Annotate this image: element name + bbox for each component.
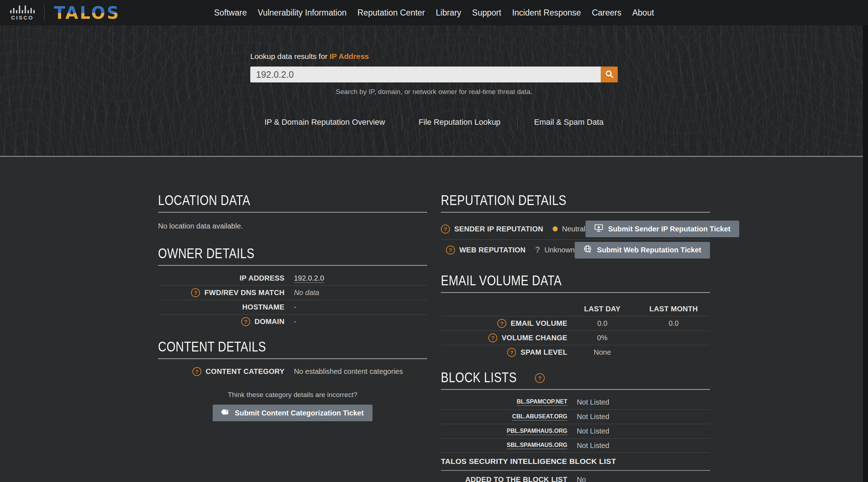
location-data-title: LOCATION DATA [158, 192, 250, 208]
table-row: CBL.ABUSEAT.ORG Not Listed [441, 409, 710, 424]
sender-ip-reputation-status: Neutral [562, 225, 585, 233]
search-block: Lookup data results for IP Address Searc… [250, 25, 618, 96]
unknown-status-icon: ? [535, 245, 540, 255]
category-incorrect-prompt: Think these category details are incorre… [158, 391, 427, 399]
added-to-block-list-label: ADDED TO THE BLOCK LIST [465, 475, 567, 482]
reputation-details-section: REPUTATION DETAILS ? SENDER IP REPUTATIO… [441, 193, 710, 260]
owner-details-section: OWNER DETAILS IP ADDRESS 192.0.2.0 ? FWD… [158, 246, 427, 329]
block-lists-title: BLOCK LISTS [441, 370, 517, 385]
tab-ip-domain-reputation-overview[interactable]: IP & Domain Reputation Overview [248, 118, 401, 127]
email-volume-label: EMAIL VOLUME [511, 319, 567, 328]
reputation-details-title: REPUTATION DETAILS [441, 192, 566, 208]
content-details-section: CONTENT DETAILS ? CONTENT CATEGORY No es… [158, 340, 427, 421]
help-icon[interactable]: ? [441, 225, 450, 234]
help-icon[interactable]: ? [488, 333, 497, 342]
table-row: HOSTNAME - [158, 300, 427, 314]
search-helper-text: Search by IP, domain, or network owner f… [250, 88, 618, 96]
nav-item-library[interactable]: Library [430, 8, 467, 18]
table-row: SBL.SPAMHAUS.ORG Not Listed [441, 438, 710, 453]
search-label-type: IP Address [329, 52, 369, 60]
submit-sender-ip-reputation-ticket-button[interactable]: Submit Sender IP Reputation Ticket [586, 221, 739, 237]
search-input[interactable] [250, 67, 601, 82]
table-row: ADDED TO THE BLOCK LIST No [441, 472, 710, 482]
table-row: ? EMAIL VOLUME 0.0 0.0 [441, 316, 710, 330]
fwd-rev-dns-match-label: FWD/REV DNS MATCH [204, 289, 284, 297]
submit-content-categorization-label: Submit Content Categorization Ticket [235, 409, 363, 417]
content-details-title: CONTENT DETAILS [158, 339, 266, 355]
table-row: ? SENDER IP REPUTATION Neutral [441, 218, 710, 239]
email-volume-last-day: 0.0 [567, 319, 637, 328]
search-icon [605, 69, 614, 80]
help-icon[interactable]: ? [241, 317, 250, 326]
domain-label: DOMAIN [255, 317, 285, 326]
hero-search-section: Lookup data results for IP Address Searc… [0, 25, 868, 157]
nav-item-about[interactable]: About [627, 8, 659, 18]
table-row: ? CONTENT CATEGORY No established conten… [158, 364, 427, 379]
email-table-header-row: LAST DAY LAST MONTH [441, 302, 710, 316]
help-icon[interactable]: ? [507, 348, 516, 357]
main-content: LOCATION DATA No location data available… [0, 157, 868, 482]
help-icon[interactable]: ? [192, 367, 201, 376]
talos-security-intelligence-block: TALOS SECURITY INTELLIGENCE BLOCK LIST A… [441, 457, 710, 482]
bl-spamcop-link[interactable]: BL.SPAMCOP.NET [517, 398, 567, 406]
cisco-wordmark: CISCO [11, 14, 34, 21]
submit-content-categorization-button[interactable]: Submit Content Categorization Ticket [213, 405, 372, 421]
content-category-label: CONTENT CATEGORY [206, 367, 285, 376]
page-scrollbar[interactable] [863, 25, 868, 482]
nav-item-support[interactable]: Support [467, 8, 507, 18]
search-button[interactable] [601, 67, 618, 82]
nav-item-reputation-center[interactable]: Reputation Center [352, 8, 430, 18]
tsi-block-list-title: TALOS SECURITY INTELLIGENCE BLOCK LIST [441, 457, 616, 465]
help-icon[interactable]: ? [497, 319, 506, 328]
hostname-value: - [285, 303, 427, 311]
bl-spamcop-status: Not Listed [567, 398, 710, 406]
tag-icon [221, 408, 230, 418]
domain-value: - [285, 317, 427, 326]
nav-item-incident-response[interactable]: Incident Response [507, 8, 587, 18]
monitor-star-icon [594, 224, 603, 234]
email-volume-data-title: EMAIL VOLUME DATA [441, 273, 562, 289]
email-volume-data-section: EMAIL VOLUME DATA LAST DAY LAST MONTH ? … [441, 273, 710, 359]
brand-logo[interactable]: CISCO TALOS [10, 0, 119, 25]
tab-file-reputation-lookup[interactable]: File Reputation Lookup [402, 118, 517, 127]
added-to-block-list-value: No [567, 475, 710, 482]
cisco-bars-icon [10, 5, 35, 13]
cisco-logo: CISCO [10, 5, 35, 21]
block-lists-section: BLOCK LISTS? BL.SPAMCOP.NET Not Listed C… [441, 370, 710, 482]
spam-level-last-day: None [567, 348, 637, 357]
nav-item-vulnerability-information[interactable]: Vulnerability Information [252, 8, 352, 18]
spam-level-label: SPAM LEVEL [520, 348, 567, 357]
web-reputation-status: Unknown [544, 246, 574, 254]
talos-wordmark: TALOS [54, 4, 120, 21]
table-row: ? DOMAIN - [158, 314, 427, 329]
help-icon[interactable]: ? [446, 246, 455, 255]
submit-web-reputation-ticket-button[interactable]: Submit Web Reputation Ticket [575, 242, 710, 259]
cbl-abuseat-link[interactable]: CBL.ABUSEAT.ORG [512, 413, 567, 421]
help-icon[interactable]: ? [535, 373, 545, 383]
tab-email-spam-data[interactable]: Email & Spam Data [518, 118, 620, 127]
location-empty-text: No location data available. [158, 222, 427, 230]
last-day-column-header: LAST DAY [567, 305, 637, 313]
nav-item-software[interactable]: Software [209, 8, 252, 18]
hostname-label: HOSTNAME [242, 303, 285, 311]
sbl-spamhaus-link[interactable]: SBL.SPAMHAUS.ORG [507, 442, 567, 449]
pbl-spamhaus-link[interactable]: PBL.SPAMHAUS.ORG [507, 428, 567, 435]
cbl-abuseat-status: Not Listed [567, 413, 710, 421]
table-row: ? FWD/REV DNS MATCH No data [158, 285, 427, 300]
last-month-column-header: LAST MONTH [637, 305, 710, 313]
nav-item-careers[interactable]: Careers [586, 8, 627, 18]
table-row: PBL.SPAMHAUS.ORG Not Listed [441, 424, 710, 438]
table-row: ? WEB REPUTATION ? Unknown [441, 239, 710, 260]
hero-tabs: IP & Domain Reputation Overview File Rep… [0, 114, 868, 131]
email-volume-last-month: 0.0 [637, 319, 710, 328]
sbl-spamhaus-status: Not Listed [567, 442, 710, 450]
left-column: LOCATION DATA No location data available… [158, 193, 427, 482]
ip-address-link[interactable]: 192.0.2.0 [294, 274, 324, 283]
table-row: ? SPAM LEVEL None [441, 345, 710, 359]
web-reputation-label: WEB REPUTATION [459, 246, 526, 254]
talos-reputation-page: CISCO TALOS Software Vulnerability Infor… [0, 0, 868, 482]
location-data-section: LOCATION DATA No location data available… [158, 193, 427, 230]
table-row: IP ADDRESS 192.0.2.0 [158, 271, 427, 285]
submit-sender-ip-reputation-label: Submit Sender IP Reputation Ticket [608, 225, 731, 233]
help-icon[interactable]: ? [191, 288, 200, 297]
